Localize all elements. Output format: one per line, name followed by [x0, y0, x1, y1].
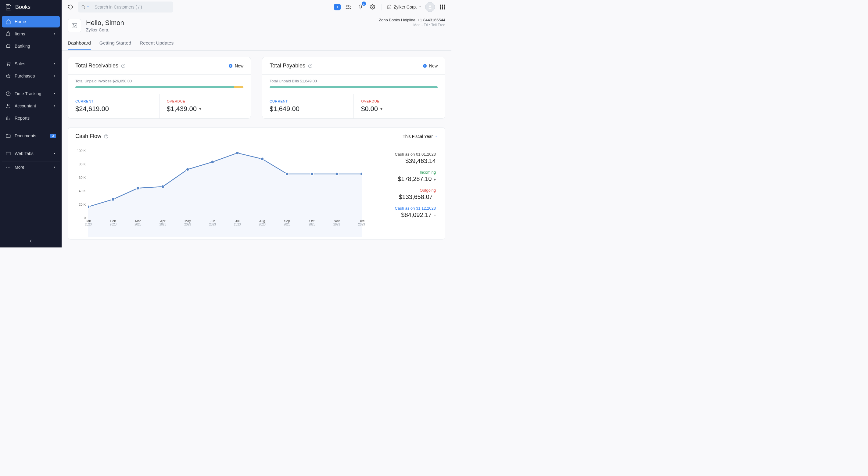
chevron-right-icon — [53, 92, 56, 95]
apps-grid-icon — [440, 5, 445, 9]
quick-create-button[interactable] — [334, 4, 341, 10]
bag-icon — [5, 31, 11, 37]
svg-point-20 — [111, 198, 114, 201]
greeting-org: Zylker Corp. — [86, 27, 124, 32]
notification-badge: 1 — [362, 2, 366, 6]
cash-in-value: $178,287.10 — [398, 175, 432, 182]
chevron-right-icon — [53, 152, 56, 155]
user-icon — [5, 103, 11, 109]
helpline-text: Zoho Books Helpline: +1 8443165544 — [379, 18, 445, 22]
upload-image-icon — [71, 22, 78, 29]
sidebar-item-more[interactable]: More — [2, 161, 60, 173]
cash-flow-range[interactable]: This Fiscal Year — [403, 134, 438, 139]
receivables-bar — [75, 86, 243, 88]
sidebar-item-documents[interactable]: Documents 3 — [2, 130, 60, 142]
payables-bar — [270, 86, 438, 88]
brand[interactable]: Books — [0, 0, 62, 14]
svg-point-9 — [346, 5, 348, 7]
sidebar-collapse[interactable] — [0, 234, 62, 247]
brand-name: Books — [15, 4, 31, 10]
svg-point-21 — [136, 186, 140, 189]
greeting: Hello, Simon — [86, 19, 124, 27]
card-title: Cash Flow — [75, 133, 101, 140]
history-button[interactable] — [66, 2, 75, 11]
sidebar-item-banking[interactable]: Banking — [2, 40, 60, 52]
svg-point-7 — [9, 167, 10, 168]
svg-point-22 — [161, 185, 164, 188]
sidebar-item-accountant[interactable]: Accountant — [2, 100, 60, 112]
sidebar-item-items[interactable]: Items — [2, 28, 60, 40]
receivables-new-button[interactable]: New — [228, 63, 243, 68]
range-label: This Fiscal Year — [403, 134, 433, 139]
svg-point-6 — [8, 167, 8, 168]
svg-point-25 — [236, 151, 239, 154]
sidebar-item-home[interactable]: Home — [2, 16, 60, 27]
svg-point-11 — [429, 5, 431, 7]
new-label: New — [235, 63, 243, 68]
sidebar-item-sales[interactable]: Sales — [2, 58, 60, 69]
org-logo-placeholder[interactable] — [68, 19, 81, 32]
sidebar-item-time-tracking[interactable]: Time Tracking — [2, 88, 60, 99]
tab-dashboard[interactable]: Dashboard — [68, 40, 91, 50]
card-receivables: Total Receivables New Total Unpaid Invoi… — [68, 57, 251, 119]
chevron-down-icon — [419, 5, 422, 8]
refer-button[interactable] — [344, 2, 353, 11]
user-avatar[interactable] — [425, 2, 435, 12]
svg-point-29 — [335, 172, 338, 175]
chevron-right-icon — [53, 105, 56, 108]
cash-out-value: $133,658.07 — [399, 194, 432, 200]
settings-button[interactable] — [368, 2, 377, 11]
receivables-subtitle: Total Unpaid Invoices $26,058.00 — [75, 79, 243, 83]
receivables-current-value: $24,619.00 — [75, 105, 152, 113]
receivables-overdue-value[interactable]: $1,439.00▼ — [167, 105, 243, 113]
svg-point-26 — [261, 157, 264, 160]
window-icon — [5, 151, 11, 156]
sidebar-item-label: Documents — [14, 133, 50, 138]
current-label: CURRENT — [75, 99, 152, 103]
payables-current-value: $1,649.00 — [270, 105, 346, 113]
svg-point-28 — [310, 172, 313, 175]
tab-getting-started[interactable]: Getting Started — [99, 40, 131, 50]
sidebar-item-label: Accountant — [14, 103, 53, 108]
search-bar[interactable] — [78, 2, 173, 12]
users-icon — [345, 4, 351, 10]
svg-rect-4 — [6, 152, 10, 155]
sidebar-item-reports[interactable]: Reports — [2, 112, 60, 124]
helpline: Zoho Books Helpline: +1 8443165544 Mon -… — [379, 18, 445, 27]
bank-icon — [5, 43, 11, 49]
chart-icon — [5, 115, 11, 121]
card-cash-flow: Cash Flow This Fiscal Year 100 K80 K60 K… — [68, 127, 445, 240]
tab-recent-updates[interactable]: Recent Updates — [140, 40, 174, 50]
search-input[interactable] — [92, 5, 173, 9]
svg-point-8 — [82, 5, 84, 8]
help-icon[interactable] — [104, 134, 108, 139]
overdue-label: OVERDUE — [167, 99, 243, 103]
overdue-label: OVERDUE — [361, 99, 438, 103]
plus-icon — [336, 5, 339, 9]
building-icon — [387, 4, 392, 9]
cash-out-label: Outgoing — [371, 188, 436, 192]
sidebar-item-label: Sales — [14, 61, 53, 66]
svg-point-10 — [372, 6, 373, 8]
notifications-button[interactable]: 1 — [356, 2, 365, 11]
sidebar-item-web-tabs[interactable]: Web Tabs — [2, 148, 60, 159]
payables-new-button[interactable]: New — [423, 63, 438, 68]
help-icon[interactable] — [308, 63, 313, 68]
help-icon[interactable] — [121, 63, 126, 68]
caret-down-icon: ▼ — [380, 107, 383, 111]
apps-button[interactable] — [438, 2, 447, 11]
svg-point-19 — [88, 205, 90, 208]
sidebar-item-label: More — [14, 165, 53, 170]
search-scope[interactable] — [78, 3, 92, 11]
sidebar-item-purchases[interactable]: Purchases — [2, 70, 60, 82]
sidebar-item-label: Banking — [14, 43, 56, 49]
svg-point-23 — [186, 168, 189, 171]
org-switcher[interactable]: Zylker Corp. — [386, 3, 422, 11]
svg-point-3 — [7, 104, 9, 106]
payables-overdue-value[interactable]: $0.00▼ — [361, 105, 438, 113]
more-icon — [5, 165, 11, 170]
gear-icon — [370, 4, 375, 10]
svg-point-30 — [360, 172, 362, 175]
svg-point-1 — [9, 65, 10, 66]
avatar-icon — [427, 4, 433, 10]
